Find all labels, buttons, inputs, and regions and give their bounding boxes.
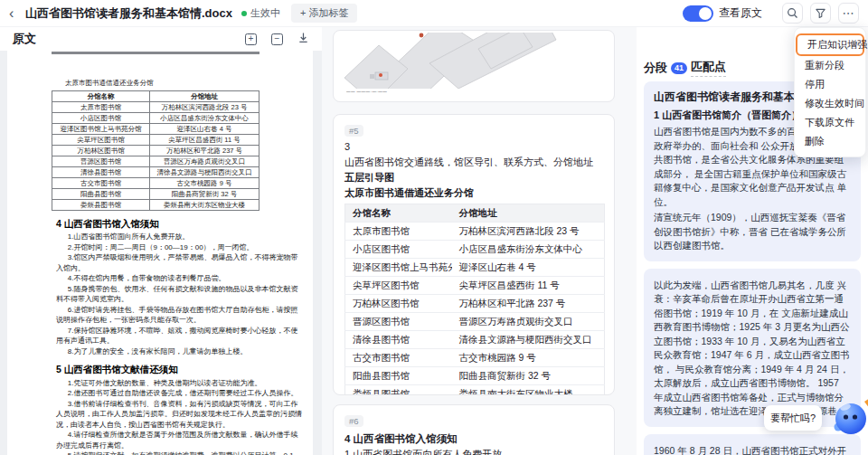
table-cell: 娄烦县南大街东区物业大楼	[150, 199, 259, 210]
status-dot-icon	[241, 11, 247, 16]
filter-button[interactable]	[810, 3, 831, 24]
download-icon	[297, 31, 309, 46]
doc-list-item: 3.借书前请仔细检查书刊、音像资料，如有污损或缺页等情况，可向工作人员说明，由工…	[56, 399, 305, 431]
original-doc-header: 原文 + −	[0, 27, 322, 51]
table-cell: 迎泽区山右巷 4 号	[150, 123, 259, 134]
tab-match-points[interactable]: 匹配点	[691, 59, 726, 77]
toggle-knob	[699, 7, 712, 20]
table-cell: 小店区昌盛东街汾东文体中心	[452, 241, 605, 259]
doc-list-item: 3.馆区内严禁吸烟和使用明火，严禁带易燃、易爆品入馆，不得将宠物带入馆内。	[56, 252, 305, 273]
doc-list-item: 5.随身携带的包、饮用水、任何有损文献和设施的物品以及非本馆文献资料不得带入阅览…	[56, 284, 305, 305]
segment-table-row: 万柏林区图书馆万柏林区和平北路 237 号	[345, 295, 605, 313]
download-button[interactable]	[297, 31, 309, 47]
zoom-out-button[interactable]: −	[271, 33, 283, 45]
segment-text-card[interactable]: 1960 年 8 月 28 日，山西省图书馆正式对外开放，文坛泰斗 郭沫若题写了…	[644, 434, 861, 455]
doc-list-item: 4.不得在馆内用餐，自带食物的读者到餐厅品尝。	[56, 273, 305, 284]
segment-table-body: 太原市图书馆万柏林区滨河西路北段 23 号小店区图书馆小店区昌盛东街汾东文体中心…	[345, 223, 605, 396]
segment-table-row: 迎泽区图书馆上马书苑分馆迎泽区山右巷 4 号	[345, 259, 605, 277]
segment-table-row: 娄烦县图书馆娄烦县南大街东区物业大楼	[345, 385, 605, 396]
table-cell: 小店区昌盛东街汾东文体中心	[150, 112, 259, 123]
doc-table-row: 清徐县图书馆清徐县文源路与梗阳西街交叉口	[52, 166, 259, 177]
search-button[interactable]	[782, 3, 803, 24]
doc-table-row: 小店区图书馆小店区昌盛东街汾东文体中心	[52, 112, 259, 123]
view-original-label: 查看原文	[719, 5, 762, 21]
segment-line-number: 3	[344, 139, 603, 155]
doc-list-item: 4.请仔细检查所借文献是否属于外借范围及所借文献数量，确认外借手续办理完成后再行…	[56, 430, 305, 450]
menu-item-6[interactable]: 删除	[795, 132, 865, 151]
segment-table-row: 古交市图书馆古交市桃园路 9 号	[345, 349, 605, 367]
doc-branch-table: 分馆名称 分馆地址 太原市图书馆万柏林区滨河西路北段 23 号小店区图书馆小店区…	[52, 90, 259, 211]
doc-table-row: 万柏林区图书馆万柏林区和平北路 237 号	[52, 145, 259, 156]
doc-list-item: 2.开馆时间：周二—周日（9：00—19：00），周一闭馆。	[56, 242, 305, 253]
doc-section5-heading: 5 山西省图书馆文献借还须知	[56, 365, 300, 375]
menu-item-5[interactable]: 下载原文件	[795, 113, 865, 132]
doc-list-item: 1.山西省图书馆面向所有人免费开放。	[56, 232, 305, 242]
image-bottom-edge	[52, 52, 259, 54]
table-cell: 阳曲县商贸新街 32 号	[452, 367, 605, 385]
add-tag-button[interactable]: + 添加标签	[291, 4, 357, 23]
table-cell: 万柏林区图书馆	[345, 295, 452, 313]
doc-table-header: 分馆名称	[52, 90, 150, 101]
search-icon	[787, 7, 798, 19]
doc-section4-items: 1.山西省图书馆面向所有人免费开放。2.开馆时间：周二—周日（9：00—19：0…	[56, 232, 305, 356]
segment6-text: 1.山西省图书馆面向所有人免费开放。	[344, 447, 603, 455]
table-cell: 太原市图书馆	[52, 101, 150, 112]
filter-icon	[815, 7, 826, 19]
view-original-toggle[interactable]	[683, 5, 713, 22]
table-cell: 晋源区万寿路贞观街交叉口	[150, 156, 259, 166]
document-preview-page[interactable]: 太原市图书通借通还业务分馆 分馆名称 分馆地址 太原市图书馆万柏林区滨河西路北段…	[7, 51, 313, 455]
doc-table-body: 太原市图书馆万柏林区滨河西路北段 23 号小店区图书馆小店区昌盛东街汾东文体中心…	[52, 101, 259, 210]
floor-plan-image	[334, 33, 614, 89]
assistant-tooltip[interactable]: 要帮忙吗?	[764, 405, 822, 431]
segment-card-5[interactable]: #5 3 山西省图书馆交通路线，馆区导引、联系方式、分馆地址 五层引导图 太原市…	[333, 114, 615, 395]
segment-table-row: 晋源区图书馆晋源区万寿路贞观街交叉口	[345, 313, 605, 331]
segment-table-header: 分馆地址	[452, 204, 605, 223]
doc-table-row: 古交市图书馆古交市桃园路 9 号	[52, 177, 259, 188]
segment-text-card[interactable]: 以此为发端，山西省图书馆几易其名，几度 兴衰：辛亥革命后曾在原址开办山西省立第一…	[644, 269, 861, 427]
table-cell: 清徐县文源路与梗阳西街交叉口	[150, 166, 259, 177]
back-icon[interactable]: ‹	[9, 1, 25, 26]
segments-title: 分段	[644, 60, 667, 76]
menu-item-3[interactable]: 停用	[795, 75, 865, 94]
status-label: 生效中	[250, 6, 280, 20]
document-title: 山西省图书馆读者服务和基本馆情.docx	[25, 5, 232, 22]
assistant-mascot[interactable]	[832, 398, 868, 443]
segment-card-map[interactable]: —— ———·—·——	[333, 30, 615, 102]
table-cell: 清徐县图书馆	[345, 331, 452, 349]
segment-table-header: 分馆名称	[345, 204, 452, 223]
table-cell: 清徐县图书馆	[52, 166, 150, 177]
segment-card-paragraph: 以此为发端，山西省图书馆几易其名，几度 兴衰：辛亥革命后曾在原址开办山西省立第一…	[654, 279, 851, 419]
segment-line-route: 山西省图书馆交通路线，馆区导引、联系方式、分馆地址	[344, 155, 603, 170]
doc-table-caption: 太原市图书通借通还业务分馆	[65, 78, 300, 89]
table-cell: 尖草坪区昌盛西街 11 号	[452, 277, 605, 295]
table-cell: 迎泽区山右巷 4 号	[452, 259, 605, 277]
menu-item-1[interactable]: 开启知识增强	[796, 33, 864, 56]
more-menu: 开启知识增强重新分段停用修改生效时间下载原文件删除	[794, 27, 866, 157]
doc-table-row: 迎泽区图书馆上马书苑分馆迎泽区山右巷 4 号	[52, 123, 259, 134]
doc-table-row: 尖草坪区图书馆尖草坪区昌盛西街 11 号	[52, 134, 259, 145]
segment-branch-table: 分馆名称 分馆地址 太原市图书馆万柏林区滨河西路北段 23 号小店区图书馆小店区…	[344, 204, 605, 395]
segment-card-6[interactable]: #6 4 山西省图书馆入馆须知 1.山西省图书馆面向所有人免费开放。	[333, 404, 615, 455]
table-cell: 万柏林区和平北路 237 号	[452, 295, 605, 313]
menu-item-2[interactable]: 重新分段	[795, 56, 865, 75]
segment-card-paragraph: 清宣统元年（1909），山西巡抚宝棻奏《晋省创设图书馆折》中称，晋省 已在省城学…	[654, 211, 851, 253]
map-caption: —— ———·—·——	[346, 90, 467, 94]
zoom-in-button[interactable]: +	[245, 33, 257, 45]
doc-list-item: 8.为了儿童的安全，没有家长陪同，儿童请勿单独上楼。	[56, 346, 305, 357]
table-cell: 清徐县文源路与梗阳西街交叉口	[452, 331, 605, 349]
segment-badge: #6	[344, 415, 363, 427]
status-badge: 生效中	[241, 6, 280, 20]
tooltip-close-icon[interactable]: ×	[822, 405, 827, 416]
table-cell: 万柏林区和平北路 237 号	[150, 145, 259, 156]
doc-list-item: 1.凭证可外借文献的数量、种类及借期均以读者证功能为准。	[56, 378, 305, 389]
more-button[interactable]: ⋯	[838, 3, 859, 24]
table-cell: 万柏林区图书馆	[52, 145, 150, 156]
table-cell: 万柏林区滨河西路北段 23 号	[150, 101, 259, 112]
segment-badge: #5	[344, 125, 363, 137]
table-cell: 小店区图书馆	[52, 112, 150, 123]
table-cell: 晋源区图书馆	[52, 156, 150, 166]
original-doc-panel: 原文 + − 太原市图书通借通还业务分馆 分馆名称 分馆地址 太原市图书馆万柏林…	[0, 27, 322, 455]
segment-card-paragraph: 1960 年 8 月 28 日，山西省图书馆正式对外开放，文坛泰斗 郭沫若题写了…	[654, 444, 851, 455]
menu-item-4[interactable]: 修改生效时间	[795, 94, 865, 113]
table-cell: 娄烦县图书馆	[52, 199, 150, 210]
